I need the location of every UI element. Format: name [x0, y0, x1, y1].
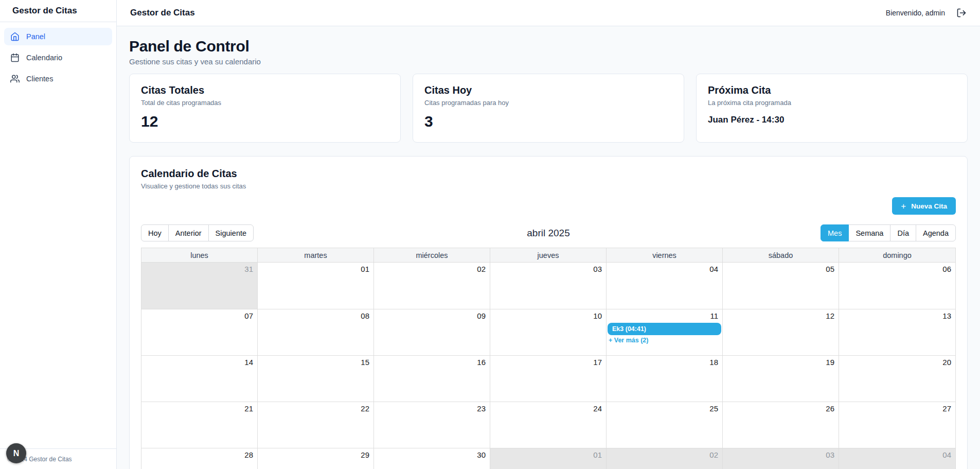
- calendar-day-cell[interactable]: 12: [723, 309, 839, 355]
- calendar-card-subtitle: Visualice y gestione todas sus citas: [141, 182, 956, 190]
- day-header-cell: martes: [258, 248, 374, 262]
- today-button[interactable]: Hoy: [141, 224, 169, 241]
- sidebar-item-clientes[interactable]: Clientes: [4, 70, 112, 88]
- calendar-day-cell[interactable]: 25: [607, 402, 723, 448]
- calendar-day-cell[interactable]: 02: [374, 263, 490, 309]
- page-title: Panel de Control: [129, 38, 968, 55]
- calendar-day-cell[interactable]: 28: [141, 448, 258, 469]
- calendar-day-cell[interactable]: 02: [607, 448, 723, 469]
- day-number: 15: [357, 356, 373, 367]
- calendar-card-title: Calendario de Citas: [141, 168, 956, 180]
- calendar-day-cell[interactable]: 10: [490, 309, 607, 355]
- view-button-mes[interactable]: Mes: [821, 224, 849, 241]
- day-number: 02: [705, 448, 722, 460]
- day-number: 25: [705, 402, 722, 413]
- day-number: 13: [938, 309, 955, 321]
- calendar-day-cell[interactable]: 08: [258, 309, 374, 355]
- calendar-toolbar: Hoy Anterior Siguiente abril 2025 MesSem…: [141, 224, 956, 241]
- calendar-day-cell[interactable]: 09: [374, 309, 490, 355]
- calendar-day-cell[interactable]: 30: [374, 448, 490, 469]
- day-number: 02: [473, 263, 490, 274]
- day-header-cell: miércoles: [374, 248, 490, 262]
- stat-card-value: 12: [141, 113, 389, 130]
- calendar-day-cell[interactable]: 15: [258, 356, 374, 402]
- calendar-day-cell[interactable]: 26: [723, 402, 839, 448]
- day-number: 06: [938, 263, 955, 274]
- next-button[interactable]: Siguiente: [208, 224, 254, 241]
- calendar-day-cell[interactable]: 17: [490, 356, 607, 402]
- new-cita-row: + Nueva Cita: [141, 197, 956, 215]
- calendar-day-cell[interactable]: 29: [258, 448, 374, 469]
- day-number: 03: [589, 263, 606, 274]
- day-header-cell: viernes: [607, 248, 723, 262]
- calendar-day-cell[interactable]: 24: [490, 402, 607, 448]
- day-number: 26: [822, 402, 839, 413]
- stat-card-description: La próxima cita programada: [708, 99, 956, 107]
- calendar-day-cell[interactable]: 06: [839, 263, 955, 309]
- day-number: 30: [473, 448, 490, 460]
- sidebar-header: Gestor de Citas: [0, 0, 116, 22]
- calendar-day-cell[interactable]: 11Ek3 (04:41)+ Ver más (2): [607, 309, 723, 355]
- day-number: 03: [822, 448, 839, 460]
- sidebar-item-calendario[interactable]: Calendario: [4, 49, 112, 66]
- more-events-link[interactable]: + Ver más (2): [609, 337, 648, 344]
- calendar-day-cell[interactable]: 19: [723, 356, 839, 402]
- event-pill[interactable]: Ek3 (04:41): [608, 323, 721, 335]
- n-overlay-badge[interactable]: N: [6, 443, 26, 463]
- calendar-icon: [10, 53, 20, 62]
- sidebar-nav: PanelCalendarioClientes: [0, 22, 116, 93]
- day-number: 16: [473, 356, 490, 367]
- calendar-day-cell[interactable]: 13: [839, 309, 955, 355]
- day-number: 01: [357, 263, 373, 274]
- calendar-day-cell[interactable]: 04: [839, 448, 955, 469]
- calendar-day-cell[interactable]: 27: [839, 402, 955, 448]
- stat-card-description: Citas programadas para hoy: [424, 99, 672, 107]
- day-header-cell: jueves: [490, 248, 607, 262]
- day-number: 21: [240, 402, 257, 413]
- calendar-day-cell[interactable]: 03: [723, 448, 839, 469]
- content-area: Panel de Control Gestione sus citas y ve…: [117, 26, 980, 469]
- topbar-title: Gestor de Citas: [130, 8, 195, 18]
- calendar-day-cell[interactable]: 21: [141, 402, 258, 448]
- day-number: 19: [822, 356, 839, 367]
- calendar-day-cell[interactable]: 05: [723, 263, 839, 309]
- day-number: 27: [938, 402, 955, 413]
- calendar-day-cell[interactable]: 01: [490, 448, 607, 469]
- day-number: 31: [240, 263, 257, 274]
- sidebar-item-label: Calendario: [26, 54, 62, 62]
- day-number: 04: [938, 448, 955, 460]
- calendar-month-title: abril 2025: [527, 228, 569, 239]
- users-icon: [10, 74, 20, 83]
- sidebar-item-panel[interactable]: Panel: [4, 28, 112, 45]
- calendar-day-cell[interactable]: 20: [839, 356, 955, 402]
- calendar-day-cell[interactable]: 07: [141, 309, 258, 355]
- view-button-semana[interactable]: Semana: [848, 224, 890, 241]
- day-number: 11: [706, 309, 722, 321]
- view-button-agenda[interactable]: Agenda: [916, 224, 956, 241]
- calendar-day-cell[interactable]: 31: [141, 263, 258, 309]
- view-button-group: MesSemanaDíaAgenda: [821, 224, 956, 241]
- calendar-day-cell[interactable]: 23: [374, 402, 490, 448]
- calendar-day-cell[interactable]: 18: [607, 356, 723, 402]
- calendar-body: 310102030405060708091011Ek3 (04:41)+ Ver…: [141, 263, 955, 469]
- stat-card-value: Juan Pérez - 14:30: [708, 115, 956, 125]
- topbar: Gestor de Citas Bienvenido, admin: [117, 0, 980, 26]
- day-number: 04: [705, 263, 722, 274]
- prev-button[interactable]: Anterior: [168, 224, 209, 241]
- logout-icon[interactable]: [956, 8, 967, 18]
- new-cita-button-label: Nueva Cita: [911, 202, 947, 210]
- new-cita-button[interactable]: + Nueva Cita: [892, 197, 956, 215]
- calendar-day-cell[interactable]: 03: [490, 263, 607, 309]
- calendar-day-cell[interactable]: 01: [258, 263, 374, 309]
- stat-card: Próxima CitaLa próxima cita programadaJu…: [696, 74, 968, 143]
- home-icon: [10, 32, 20, 41]
- day-number: 01: [589, 448, 606, 460]
- view-button-día[interactable]: Día: [890, 224, 916, 241]
- calendar-week-row: 0708091011Ek3 (04:41)+ Ver más (2)1213: [141, 309, 955, 355]
- day-header-cell: lunes: [141, 248, 258, 262]
- calendar-day-cell[interactable]: 22: [258, 402, 374, 448]
- calendar-day-cell[interactable]: 14: [141, 356, 258, 402]
- calendar-day-cell[interactable]: 04: [607, 263, 723, 309]
- calendar-day-cell[interactable]: 16: [374, 356, 490, 402]
- day-number: 09: [473, 309, 490, 321]
